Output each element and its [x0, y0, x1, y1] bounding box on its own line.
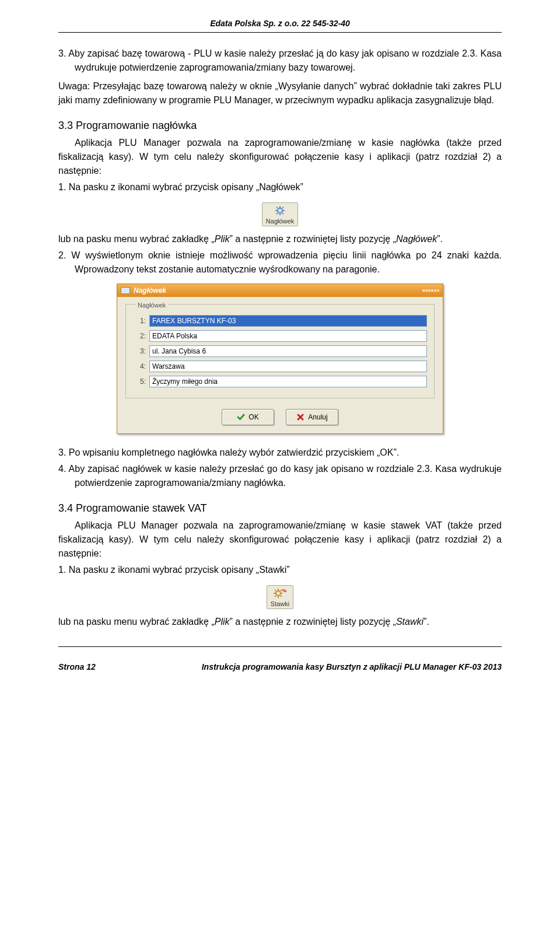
- section-3-4-intro: Aplikacja PLU Manager pozwala na zaprogr…: [58, 519, 502, 561]
- svg-line-8: [282, 207, 284, 208]
- titlebar-dots-icon: [422, 289, 439, 292]
- stawki-toolbar-button[interactable]: % Stawki: [267, 585, 293, 609]
- text-fragment: ”.: [424, 617, 429, 627]
- app-icon: [121, 287, 130, 294]
- header-line-input-1[interactable]: [149, 315, 427, 327]
- text-fragment: ”.: [437, 234, 443, 244]
- menu-alt-paragraph: lub na pasku menu wybrać zakładkę „Plik”…: [58, 232, 502, 246]
- gear-percent-icon: %: [274, 587, 286, 599]
- section-3-4-title: 3.4 Programowanie stawek VAT: [58, 501, 502, 516]
- text-fragment: ” a następnie z rozwiniętej listy pozycj…: [229, 617, 396, 627]
- header-line-input-2[interactable]: [149, 330, 427, 342]
- italic-naglowek: Nagłówek: [396, 234, 437, 244]
- svg-point-9: [276, 591, 281, 596]
- header-line-input-3[interactable]: [149, 345, 427, 357]
- svg-line-17: [281, 590, 282, 591]
- section-3-3-intro: Aplikacja PLU Manager pozwala na zaprogr…: [58, 136, 502, 178]
- text-fragment: ” a następnie z rozwiniętej listy pozycj…: [229, 234, 396, 244]
- text-fragment: lub na pasku menu wybrać zakładkę „: [58, 617, 215, 627]
- list-item: 1. Na pasku z ikonami wybrać przycisk op…: [58, 180, 502, 194]
- list-item: 4. Aby zapisać nagłówek w kasie należy p…: [58, 462, 502, 490]
- italic-plik: Plik: [215, 617, 230, 627]
- header-line-row: 1:: [133, 315, 427, 327]
- svg-text:%: %: [282, 588, 286, 593]
- page-number: Strona 12: [58, 661, 96, 673]
- header-line-input-5[interactable]: [149, 376, 427, 387]
- dialog-titlebar: Nagłówek: [117, 284, 443, 297]
- cancel-button-label: Anuluj: [308, 412, 327, 422]
- row-number-label: 5:: [133, 376, 146, 387]
- row-number-label: 1:: [133, 316, 146, 326]
- list-item: 3. Po wpisaniu kompletnego nagłówka nale…: [58, 446, 502, 460]
- header-divider: [58, 32, 502, 33]
- naglowek-dialog: Nagłówek Nagłówek 1:2:3:4:5: OK Anuluj: [117, 284, 443, 434]
- check-icon: [237, 413, 245, 421]
- header-line-row: 4:: [133, 361, 427, 372]
- fieldset-legend: Nagłówek: [135, 300, 168, 310]
- svg-line-5: [276, 207, 278, 208]
- naglowek-toolbar-button[interactable]: Nagłówek: [262, 202, 298, 226]
- gear-icon: [274, 205, 286, 216]
- svg-point-0: [278, 208, 282, 213]
- naglowek-toolbar-label: Nagłówek: [266, 218, 294, 225]
- cancel-button[interactable]: Anuluj: [286, 409, 338, 425]
- text-fragment: lub na pasku menu wybrać zakładkę „: [58, 234, 215, 244]
- ok-button[interactable]: OK: [222, 409, 274, 425]
- row-number-label: 3:: [133, 346, 146, 356]
- footer-divider: [58, 646, 502, 647]
- section-3-3-title: 3.3 Programowanie nagłówka: [58, 118, 502, 134]
- doc-title-footer: Instrukcja programowania kasy Bursztyn z…: [202, 661, 502, 673]
- italic-stawki: Stawki: [396, 617, 424, 627]
- row-number-label: 2:: [133, 331, 146, 341]
- svg-line-6: [282, 213, 284, 214]
- list-item: 3. Aby zapisać bazę towarową - PLU w kas…: [58, 47, 502, 75]
- svg-line-7: [276, 213, 278, 214]
- italic-plik: Plik: [215, 234, 230, 244]
- svg-line-15: [281, 596, 282, 597]
- header-line-row: 2:: [133, 330, 427, 342]
- list-item: 1. Na pasku z ikonami wybrać przycisk op…: [58, 563, 502, 577]
- header-line-row: 5:: [133, 376, 427, 387]
- naglowek-fieldset: Nagłówek 1:2:3:4:5:: [125, 304, 435, 398]
- list-item: 2. W wyświetlonym oknie istnieje możliwo…: [58, 249, 502, 277]
- row-number-label: 4:: [133, 361, 146, 372]
- dialog-title: Nagłówek: [134, 285, 166, 296]
- svg-line-16: [275, 596, 276, 597]
- menu-alt-paragraph: lub na pasku menu wybrać zakładkę „Plik”…: [58, 615, 502, 629]
- svg-line-14: [275, 590, 276, 591]
- page-header-company: Edata Polska Sp. z o.o. 22 545-32-40: [58, 18, 502, 30]
- header-line-row: 3:: [133, 345, 427, 357]
- header-line-input-4[interactable]: [149, 361, 427, 372]
- ok-button-label: OK: [249, 412, 258, 422]
- close-icon: [296, 413, 304, 421]
- stawki-toolbar-label: Stawki: [271, 600, 289, 607]
- warning-paragraph: Uwaga: Przesyłając bazę towarową należy …: [58, 79, 502, 107]
